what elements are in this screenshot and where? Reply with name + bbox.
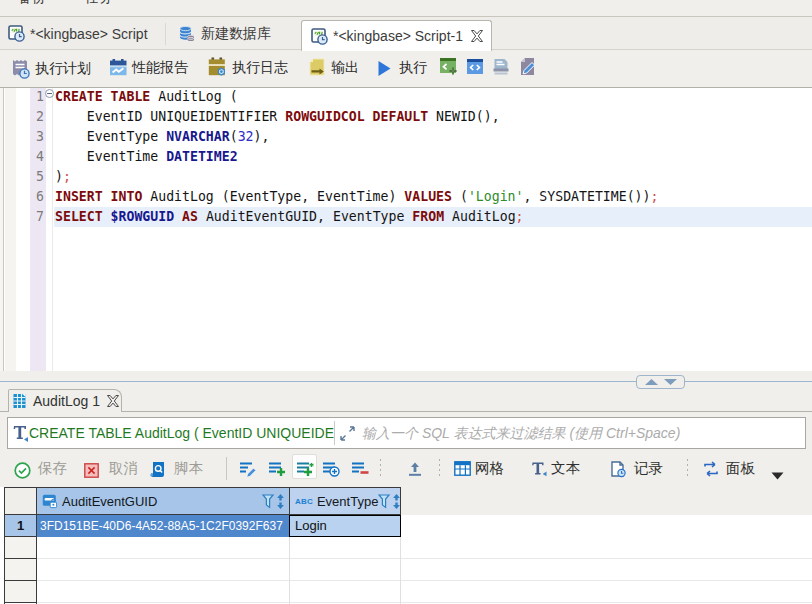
edit-row-icon[interactable]: [239, 461, 257, 481]
grid-border: [4, 487, 401, 488]
tab-label: 新建数据库: [201, 25, 271, 43]
grid-border: [4, 602, 37, 603]
record-view-button[interactable]: 记录: [634, 459, 663, 478]
script-button[interactable]: 脚本: [174, 459, 203, 478]
editor-annotation-ruler: [5, 88, 16, 371]
editor-tab-bar: *<kingbase> Script 新建数据库: [0, 16, 812, 50]
execute-button[interactable]: 执行: [377, 59, 427, 77]
toolbar-separator-dotted: [380, 459, 381, 478]
code-line[interactable]: INSERT INTO AuditLog (EventType, EventTi…: [55, 187, 658, 207]
duplicate-row-icon[interactable]: [296, 461, 314, 481]
load-script-button[interactable]: [492, 58, 510, 76]
grid-cell-auditeventguid[interactable]: 3FD151BE-40D6-4A52-88A5-1C2F0392F637: [37, 515, 289, 537]
save-button[interactable]: 保存: [38, 459, 67, 478]
close-icon[interactable]: [471, 30, 483, 42]
text-view-button[interactable]: 文本: [551, 459, 580, 478]
code-line[interactable]: EventID UNIQUEIDENTIFIER ROWGUIDCOL DEFA…: [55, 107, 658, 127]
explain-plan-icon: [11, 58, 31, 80]
record-view-icon[interactable]: [610, 461, 627, 482]
expand-panel-icon[interactable]: [339, 425, 356, 446]
explain-plan-button[interactable]: 执行计划: [11, 58, 91, 80]
explain-plan-label: 执行计划: [35, 60, 91, 78]
delete-row-icon[interactable]: [351, 461, 369, 481]
fold-collapse-icon[interactable]: [45, 89, 54, 98]
grid-view-icon[interactable]: [454, 461, 471, 480]
panels-button[interactable]: 面板: [726, 459, 755, 478]
import-data-icon[interactable]: [407, 461, 423, 481]
editor-results-splitter[interactable]: [0, 375, 812, 389]
sql-console-icon: [466, 58, 484, 76]
toolbar-separator: [226, 457, 227, 480]
filter-separator: [334, 421, 335, 445]
output-label: 输出: [331, 59, 359, 77]
column-name: AuditEventGUID: [62, 494, 262, 509]
tab-new-database[interactable]: 新建数据库: [166, 17, 290, 50]
execution-log-icon: [208, 57, 228, 79]
grid-corner-cell[interactable]: [5, 488, 36, 514]
menu-item-task[interactable]: 任务: [85, 0, 113, 5]
grid-border: [400, 487, 401, 515]
save-icon[interactable]: [14, 462, 31, 483]
filter-expression-input[interactable]: [362, 419, 792, 447]
open-sql-console-button[interactable]: [466, 58, 484, 76]
cancel-icon[interactable]: [84, 463, 99, 482]
toolbar-separator-dotted: [439, 459, 440, 478]
script-icon[interactable]: [150, 461, 166, 482]
grid-line: [400, 537, 401, 604]
results-toolbar: 保存 取消 脚本: [0, 450, 812, 487]
column-header-auditeventguid[interactable]: AuditEventGUID: [37, 488, 289, 514]
results-tab-border: [122, 411, 812, 412]
column-header-eventtype[interactable]: ABC EventType: [290, 488, 400, 514]
line-numbers: 1234567: [28, 87, 44, 227]
execute-label: 执行: [399, 59, 427, 77]
row-header-empty[interactable]: [5, 559, 36, 580]
results-grid: AuditEventGUID ABC EventType: [0, 487, 812, 604]
editor-fold-margin-line: [52, 88, 53, 371]
performance-report-button[interactable]: 性能报告: [109, 58, 188, 77]
execution-log-button[interactable]: 执行日志: [208, 57, 288, 79]
cancel-button[interactable]: 取消: [109, 459, 138, 478]
code-area[interactable]: CREATE TABLE AuditLog ( EventID UNIQUEID…: [55, 87, 658, 227]
performance-report-label: 性能报告: [132, 59, 188, 77]
collapse-up-icon: [644, 378, 659, 386]
row-header-empty[interactable]: [5, 581, 36, 602]
filter-sort-icon[interactable]: [378, 493, 400, 510]
code-line[interactable]: EventType NVARCHAR(32),: [55, 127, 658, 147]
execution-log-label: 执行日志: [232, 59, 288, 77]
panels-icon[interactable]: [702, 461, 720, 481]
panels-dropdown-icon[interactable]: [771, 466, 784, 484]
insert-row-icon[interactable]: [322, 461, 340, 481]
line-number: 4: [28, 147, 44, 167]
grid-header-filler: [401, 487, 812, 515]
editor-left-margin: [0, 88, 4, 371]
code-line[interactable]: SELECT $ROWGUID AS AuditEventGUID, Event…: [55, 207, 658, 227]
new-console-icon: [439, 57, 460, 78]
performance-report-icon: [109, 58, 128, 77]
grid-view-button[interactable]: 网格: [475, 459, 504, 478]
line-number: 6: [28, 187, 44, 207]
code-line[interactable]: CREATE TABLE AuditLog (: [55, 87, 658, 107]
edit-script-button[interactable]: [518, 57, 537, 76]
output-button[interactable]: 输出: [308, 58, 359, 77]
sql-editor[interactable]: 1234567 CREATE TABLE AuditLog ( EventID …: [0, 88, 812, 371]
column-name: EventType: [317, 494, 378, 509]
row-header-1[interactable]: 1: [5, 515, 36, 536]
code-line[interactable]: EventTime DATETIME2: [55, 147, 658, 167]
code-line[interactable]: );: [55, 167, 658, 187]
output-icon: [308, 58, 327, 77]
menu-item-backup[interactable]: 备份: [18, 0, 46, 5]
add-row-icon[interactable]: [268, 461, 286, 481]
new-sql-console-button[interactable]: [439, 57, 460, 78]
line-number: 1: [28, 87, 44, 107]
text-view-icon[interactable]: [531, 461, 548, 481]
filter-sort-icon[interactable]: [262, 493, 286, 510]
grid-line: [289, 537, 290, 604]
results-tab-auditlog[interactable]: AuditLog 1: [8, 389, 122, 412]
row-header-empty[interactable]: [5, 537, 36, 558]
close-icon[interactable]: [107, 395, 119, 407]
application-window: 备份 任务 *<kingbase> Script: [0, 0, 812, 604]
tab-kingbase-script-1-active[interactable]: *<kingbase> Script-1: [301, 20, 492, 51]
grid-cell-eventtype-focused[interactable]: Login: [289, 515, 401, 537]
splitter-collapse-control[interactable]: [636, 375, 685, 389]
tab-kingbase-script[interactable]: *<kingbase> Script: [0, 17, 165, 50]
